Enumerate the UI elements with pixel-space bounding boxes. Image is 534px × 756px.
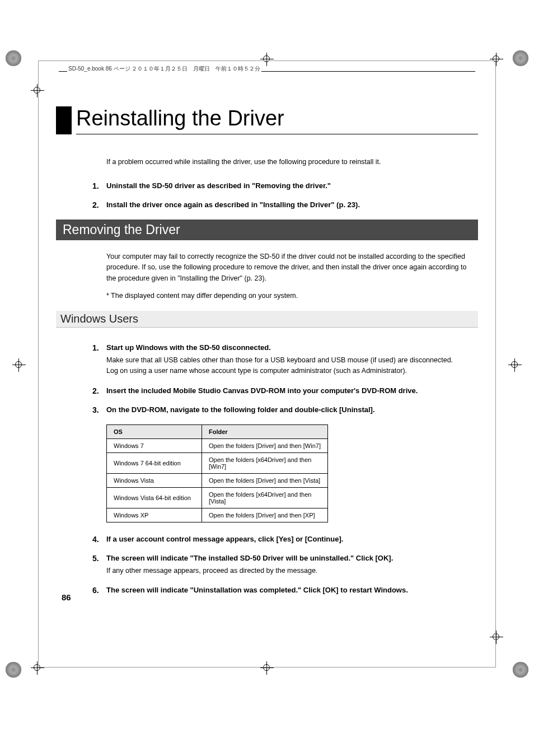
step-number: 5. [92,554,106,576]
step-number: 1. [92,343,106,376]
table-row: Windows XP Open the folders [Driver] and… [107,508,328,522]
crop-mark-icon [6,662,21,678]
table-cell: Open the folders [x64Driver] and then [W… [202,452,328,473]
table-header-row: OS Folder [107,424,328,438]
list-item: 1. Uninstall the SD-50 driver as describ… [92,181,478,190]
title-block: Reinstalling the Driver [56,106,478,134]
table-row: Windows 7 64-bit edition Open the folder… [107,452,328,473]
registration-mark-icon [508,358,522,372]
section-note: * The displayed content may differ depen… [106,292,478,300]
step-number: 2. [92,386,106,395]
step-number: 1. [92,181,106,190]
list-item: 6. The screen will indicate "Uninstallat… [92,586,478,595]
table-cell: Windows Vista [107,473,202,487]
crop-mark-icon [6,50,21,66]
subsection-heading: Windows Users [56,311,478,328]
table-cell: Open the folders [Driver] and then [Win7… [202,438,328,452]
page-number: 86 [62,592,71,602]
page-content: Reinstalling the Driver If a problem occ… [56,106,478,605]
step-text: On the DVD-ROM, navigate to the followin… [106,405,375,414]
step-number: 4. [92,535,106,544]
page-title: Reinstalling the Driver [76,106,478,130]
title-bar-icon [56,106,72,134]
table-cell: Open the folders [x64Driver] and then [V… [202,487,328,508]
section-body: Your computer may fail to correctly reco… [106,251,478,284]
list-item: 3. On the DVD-ROM, navigate to the follo… [92,405,478,414]
step-text: Start up Windows with the SD-50 disconne… [106,343,478,352]
step-text: The screen will indicate "The installed … [106,554,478,562]
header-filename: SD-50_e.book 86 ページ ２０１０年１月２５日 月曜日 午前１０時… [67,65,261,73]
step-text: The screen will indicate "Uninstallation… [106,586,408,594]
table-cell: Windows Vista 64-bit edition [107,487,202,508]
crop-mark-icon [513,50,528,66]
table-header-folder: Folder [202,424,328,438]
registration-mark-icon [12,358,26,372]
intro-text: If a problem occurred while installing t… [106,158,478,166]
table-row: Windows 7 Open the folders [Driver] and … [107,438,328,452]
step-text: If a user account control message appear… [106,535,343,543]
section-heading: Removing the Driver [56,220,478,240]
table-header-os: OS [107,424,202,438]
step-number: 2. [92,200,106,209]
table-row: Windows Vista Open the folders [Driver] … [107,473,328,487]
step-number: 3. [92,405,106,414]
step-detail: Make sure that all USB cables other than… [106,355,478,376]
list-item: 1. Start up Windows with the SD-50 disco… [92,343,478,376]
crop-mark-icon [513,662,528,678]
table-row: Windows Vista 64-bit edition Open the fo… [107,487,328,508]
table-cell: Open the folders [Driver] and then [XP] [202,508,328,522]
step-text: Uninstall the SD-50 driver as described … [106,181,331,190]
step-detail: If any other message appears, proceed as… [106,566,478,576]
list-item: 2. Install the driver once again as desc… [92,200,478,209]
list-item: 4. If a user account control message app… [92,535,478,544]
step-number: 6. [92,586,106,595]
step-text: Install the driver once again as describ… [106,200,360,209]
list-item: 2. Insert the included Mobile Studio Can… [92,386,478,395]
list-item: 5. The screen will indicate "The install… [92,554,478,576]
table-cell: Windows 7 64-bit edition [107,452,202,473]
table-cell: Open the folders [Driver] and then [Vist… [202,473,328,487]
step-text: Insert the included Mobile Studio Canvas… [106,386,418,395]
table-cell: Windows XP [107,508,202,522]
table-cell: Windows 7 [107,438,202,452]
os-folder-table: OS Folder Windows 7 Open the folders [Dr… [106,424,328,522]
